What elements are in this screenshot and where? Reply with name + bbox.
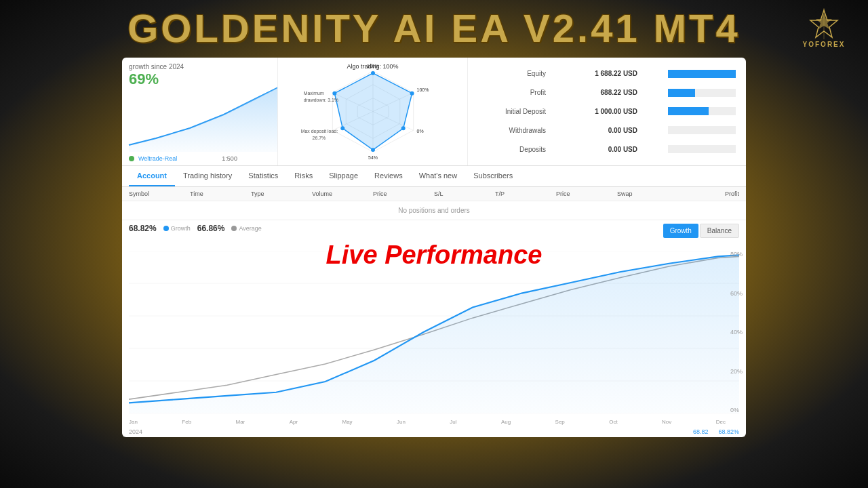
svg-text:100%: 100% — [416, 87, 429, 92]
growth-dot — [163, 226, 169, 231]
initial-deposit-bar — [668, 107, 709, 115]
profit-label: Profit — [478, 89, 546, 96]
equity-bar-container — [668, 70, 736, 78]
svg-marker-9 — [334, 73, 412, 150]
balance-button[interactable]: Balance — [700, 224, 739, 238]
svg-point-13 — [371, 148, 375, 152]
tab-trading-history[interactable]: Trading history — [175, 166, 240, 186]
tab-account[interactable]: Account — [129, 166, 175, 186]
tab-slippage[interactable]: Slippage — [321, 166, 366, 186]
top-section: growth since 2024 69% Weltrade-Real — [122, 58, 746, 166]
profit-row: Profit 688.22 USD — [478, 89, 736, 97]
table-header: Symbol Time Type Volume Price S/L T/P Pr… — [122, 187, 746, 201]
chart-average-value: 66.86% — [197, 224, 225, 233]
chart-area-container: 80% 60% 40% 20% 0% — [129, 251, 739, 413]
deposits-bar-container — [668, 145, 736, 153]
footer-value1: 68.82 — [693, 428, 709, 435]
chart-buttons: Growth Balance — [663, 224, 739, 238]
mini-chart-area — [122, 77, 277, 152]
x-axis-months: Jan Feb Mar Apr May Jun Jul Aug Sep Oct … — [129, 419, 726, 425]
equity-value: 1 688.22 USD — [576, 70, 637, 77]
mini-chart-svg — [122, 77, 278, 152]
tabs-section: Account Trading history Statistics Risks… — [122, 166, 746, 187]
broker-leverage: 1:500 — [222, 155, 237, 162]
withdrawals-bar-container — [668, 126, 736, 134]
tab-risks[interactable]: Risks — [286, 166, 321, 186]
broker-info: Weltrade-Real 1:500 — [129, 155, 237, 162]
svg-point-15 — [332, 92, 336, 96]
broker-name: Weltrade-Real — [138, 155, 177, 162]
initial-deposit-bar-container — [668, 107, 736, 115]
col-profit: Profit — [678, 190, 739, 197]
radar-title: Algo trading: 100% — [347, 63, 398, 70]
tab-reviews[interactable]: Reviews — [366, 166, 411, 186]
col-volume: Volume — [312, 190, 373, 197]
chart-growth-label: Growth — [163, 225, 191, 232]
table-empty-message: No positions and orders — [122, 201, 746, 220]
profit-bar — [668, 89, 695, 97]
growth-since-label: growth since 2024 — [129, 63, 271, 70]
equity-label: Equity — [478, 70, 546, 77]
svg-point-10 — [371, 71, 375, 75]
tab-statistics[interactable]: Statistics — [240, 166, 286, 186]
tab-whats-new[interactable]: What's new — [411, 166, 466, 186]
profit-bar-container — [668, 89, 736, 97]
col-type: Type — [251, 190, 312, 197]
radar-svg: 100% 54% 100% 0% Maximum drawdown: 3.1% … — [281, 61, 465, 162]
page-title: GOLDENITY AI EA V2.41 MT4 — [127, 5, 741, 51]
col-symbol: Symbol — [129, 190, 190, 197]
logo-text: YOFOREX — [803, 41, 846, 48]
deposits-row: Deposits 0.00 USD — [478, 145, 736, 153]
svg-text:Max deposit load:: Max deposit load: — [300, 129, 337, 134]
footer-value2: 68.82% — [718, 428, 739, 435]
initial-deposit-value: 1 000.00 USD — [576, 108, 637, 115]
svg-text:Maximum: Maximum — [303, 91, 323, 96]
main-card: growth since 2024 69% Weltrade-Real — [122, 58, 746, 437]
col-tp: T/P — [495, 190, 556, 197]
deposits-value: 0.00 USD — [576, 146, 637, 153]
col-price2: Price — [556, 190, 617, 197]
withdrawals-value: 0.00 USD — [576, 127, 637, 134]
svg-point-11 — [410, 92, 414, 96]
tab-subscribers[interactable]: Subscribers — [465, 166, 521, 186]
svg-text:drawdown: 3.1%: drawdown: 3.1% — [303, 98, 338, 102]
svg-text:54%: 54% — [368, 155, 378, 160]
logo-icon — [807, 7, 841, 41]
bottom-chart: 68.82% Growth 66.86% Average Live Perfor… — [122, 220, 746, 437]
growth-chart-section: growth since 2024 69% Weltrade-Real — [122, 58, 278, 165]
footer-values: 68.82 68.82% — [693, 428, 739, 435]
svg-text:0%: 0% — [416, 129, 423, 134]
footer-year: 2024 — [129, 428, 142, 435]
deposits-label: Deposits — [478, 146, 546, 153]
col-swap: Swap — [617, 190, 678, 197]
col-time: Time — [190, 190, 251, 197]
col-price: Price — [373, 190, 434, 197]
stats-section: Equity 1 688.22 USD Profit 688.22 USD In… — [468, 58, 746, 165]
chart-header: 68.82% Growth 66.86% Average — [129, 224, 739, 233]
logo: YOFOREX — [800, 3, 848, 51]
status-dot — [129, 156, 134, 161]
col-sl: S/L — [434, 190, 495, 197]
svg-point-12 — [401, 126, 405, 130]
profit-value: 688.22 USD — [576, 89, 637, 96]
svg-text:Trading activity: 54%: Trading activity: 54% — [351, 161, 394, 162]
withdrawals-row: Withdrawals 0.00 USD — [478, 126, 736, 134]
svg-text:26.7%: 26.7% — [312, 136, 326, 140]
svg-point-14 — [340, 126, 344, 130]
chart-average-label: Average — [231, 225, 261, 232]
main-chart-svg — [129, 251, 739, 413]
radar-section: Algo trading: 100% — [278, 58, 468, 165]
initial-deposit-label: Initial Deposit — [478, 108, 546, 115]
chart-footer: 2024 68.82 68.82% — [129, 428, 739, 435]
equity-row: Equity 1 688.22 USD — [478, 70, 736, 78]
withdrawals-label: Withdrawals — [478, 127, 546, 134]
chart-growth-value: 68.82% — [129, 224, 157, 233]
header: GOLDENITY AI EA V2.41 MT4 YOFOREX — [0, 0, 868, 56]
equity-bar — [668, 70, 736, 78]
growth-button[interactable]: Growth — [663, 224, 698, 238]
initial-deposit-row: Initial Deposit 1 000.00 USD — [478, 107, 736, 115]
average-dot — [231, 226, 237, 231]
table-section: Symbol Time Type Volume Price S/L T/P Pr… — [122, 187, 746, 220]
